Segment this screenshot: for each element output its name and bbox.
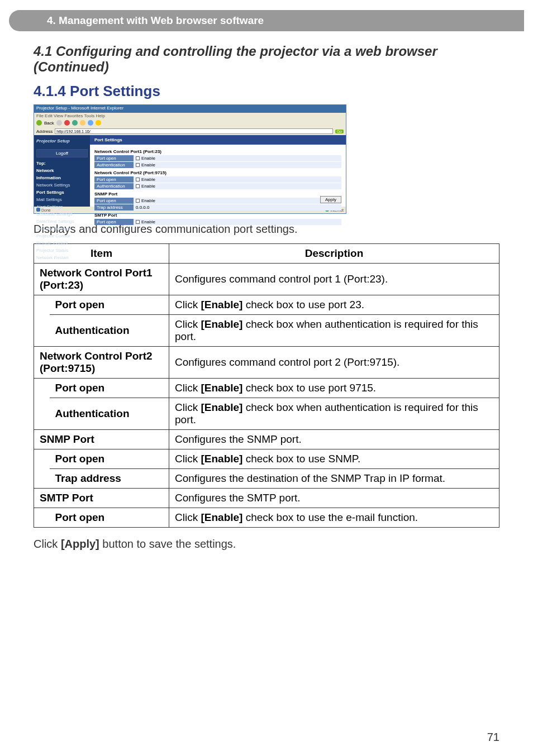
ss-logoff-button[interactable]: Logoff bbox=[36, 149, 88, 157]
ss-checkbox[interactable] bbox=[136, 199, 140, 203]
ss-nav-item[interactable]: Remote Control bbox=[34, 240, 90, 247]
ss-portopen-label: Port open bbox=[94, 176, 134, 183]
ss-cat-top: Top: bbox=[34, 160, 90, 167]
desc-ncp2: Configures command control port 2 (Port:… bbox=[169, 347, 499, 379]
home-icon[interactable] bbox=[80, 120, 85, 126]
desc-smtp: Configures the SMTP port. bbox=[169, 489, 499, 508]
ss-nav-item[interactable]: Projector Control bbox=[34, 232, 90, 240]
indent bbox=[34, 508, 50, 528]
item-ncp2-portopen: Port open bbox=[50, 379, 169, 398]
address-label: Address bbox=[36, 129, 53, 134]
ss-content-title: Port Settings bbox=[90, 135, 346, 145]
desc-ncp2-auth: Click [Enable] check box when authentica… bbox=[169, 398, 499, 430]
forward-icon bbox=[56, 120, 62, 126]
ss-section2: Network Control Port2 (Port:9715) bbox=[94, 170, 341, 175]
ss-nav-item[interactable]: Network Restart bbox=[34, 254, 90, 261]
item-smtp-portopen: Port open bbox=[50, 508, 169, 528]
ss-nav-item[interactable]: Port Settings bbox=[34, 189, 90, 196]
ss-enable: Enable bbox=[141, 184, 155, 189]
indent bbox=[34, 449, 50, 489]
indent bbox=[34, 379, 50, 430]
chapter-header: 4. Management with Web browser software bbox=[9, 10, 524, 31]
ss-portopen-label: Port open bbox=[94, 198, 134, 204]
item-snmp-portopen: Port open bbox=[50, 449, 169, 469]
th-desc: Description bbox=[169, 244, 499, 264]
go-button[interactable]: Go bbox=[335, 130, 344, 133]
ss-content: Port Settings Network Control Port1 (Por… bbox=[90, 135, 346, 207]
ss-enable: Enable bbox=[141, 156, 155, 161]
ss-sidebar: Projector Setup Logoff Top: Network Info… bbox=[34, 135, 90, 207]
item-smtp: SMTP Port bbox=[34, 489, 169, 508]
ss-window-title: Projector Setup - Microsoft Internet Exp… bbox=[34, 105, 346, 113]
desc-snmp-trap: Configures the destination of the SNMP T… bbox=[169, 469, 499, 489]
ss-apply-button[interactable]: Apply bbox=[320, 196, 341, 203]
ss-checkbox[interactable] bbox=[136, 178, 140, 181]
item-snmp: SNMP Port bbox=[34, 430, 169, 449]
ss-checkbox[interactable] bbox=[136, 184, 140, 188]
ss-section4: SMTP Port bbox=[94, 213, 341, 218]
ss-addressbar: Address Go bbox=[34, 127, 346, 135]
item-ncp2: Network Control Port2 (Port:9715) bbox=[34, 347, 169, 379]
ss-enable: Enable bbox=[141, 162, 155, 168]
ss-enable: Enable bbox=[141, 177, 155, 182]
desc-ncp1-auth: Click [Enable] check box when authentica… bbox=[169, 315, 499, 347]
stop-icon[interactable] bbox=[64, 120, 70, 126]
item-ncp1: Network Control Port1 (Port:23) bbox=[34, 264, 169, 295]
page-number: 71 bbox=[487, 731, 499, 744]
ss-done: Done bbox=[41, 208, 51, 212]
ss-auth-label: Authentication bbox=[94, 183, 134, 189]
ss-nav-item[interactable]: Projector Status bbox=[34, 247, 90, 254]
ss-portopen-label: Port open bbox=[94, 155, 134, 161]
ss-nav-item[interactable]: Date/Time Settings bbox=[34, 218, 90, 225]
ss-checkbox[interactable] bbox=[136, 220, 140, 224]
ss-trap-label: Trap address bbox=[94, 204, 134, 210]
back-icon[interactable] bbox=[36, 120, 42, 126]
desc-snmp: Configures the SNMP port. bbox=[169, 430, 499, 449]
ss-sidebar-title: Projector Setup bbox=[34, 137, 90, 147]
desc-ncp1: Configures command control port 1 (Port:… bbox=[169, 264, 499, 295]
desc-ncp2-portopen: Click [Enable] check box to use port 971… bbox=[169, 379, 499, 398]
item-ncp2-auth: Authentication bbox=[50, 398, 169, 430]
address-input[interactable] bbox=[55, 128, 332, 134]
ss-section1: Network Control Port1 (Port:23) bbox=[94, 149, 341, 154]
indent bbox=[34, 295, 50, 347]
desc-snmp-portopen: Click [Enable] check box to use SNMP. bbox=[169, 449, 499, 469]
ss-menubar: File Edit View Favorites Tools Help bbox=[34, 113, 346, 118]
ss-checkbox[interactable] bbox=[136, 163, 140, 167]
item-snmp-trap: Trap address bbox=[50, 469, 169, 489]
ss-cat-info: Information bbox=[34, 174, 90, 181]
ss-trap-val[interactable]: 0.0.0.0 bbox=[136, 205, 149, 210]
ss-checkbox[interactable] bbox=[136, 156, 140, 160]
section-title: 4.1 Configuring and controlling the proj… bbox=[34, 44, 499, 75]
back-label: Back bbox=[44, 121, 54, 126]
ss-toolbar: Back bbox=[34, 118, 346, 127]
chapter-title: 4. Management with Web browser software bbox=[47, 15, 264, 27]
ss-nav-item[interactable]: Security Settings bbox=[34, 225, 90, 232]
ss-section3: SNMP Port bbox=[94, 192, 341, 197]
ss-enable: Enable bbox=[141, 219, 155, 224]
refresh-icon[interactable] bbox=[72, 120, 78, 126]
settings-table: Item Description Network Control Port1 (… bbox=[34, 243, 499, 528]
desc-smtp-portopen: Click [Enable] check box to use the e-ma… bbox=[169, 508, 499, 528]
footer-text: Click [Apply] button to save the setting… bbox=[34, 538, 499, 551]
done-icon bbox=[36, 208, 40, 212]
ss-nav-item[interactable]: Network Settings bbox=[34, 181, 90, 189]
desc-ncp1-portopen: Click [Enable] check box to use port 23. bbox=[169, 295, 499, 315]
ss-cat-network: Network bbox=[34, 167, 90, 174]
ss-portopen-label: Port open bbox=[94, 219, 134, 225]
ss-nav-item[interactable]: Mail Settings bbox=[34, 196, 90, 203]
subsection-title: 4.1.4 Port Settings bbox=[34, 83, 499, 100]
favorites-icon[interactable] bbox=[96, 120, 101, 126]
search-icon[interactable] bbox=[88, 120, 93, 126]
screenshot: Projector Setup - Microsoft Internet Exp… bbox=[34, 104, 346, 214]
item-ncp1-auth: Authentication bbox=[50, 315, 169, 347]
ss-enable: Enable bbox=[141, 198, 155, 203]
item-ncp1-portopen: Port open bbox=[50, 295, 169, 315]
ss-auth-label: Authentication bbox=[94, 162, 134, 168]
